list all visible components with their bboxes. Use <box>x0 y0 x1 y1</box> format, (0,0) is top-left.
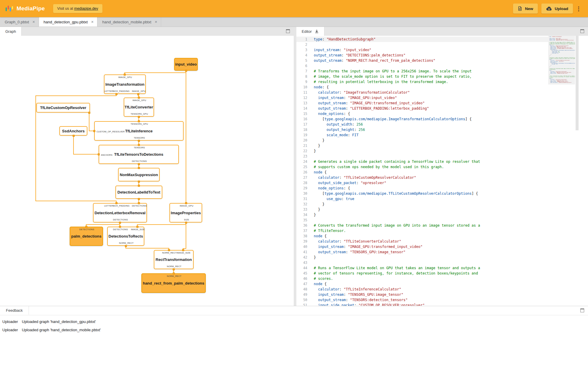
code-line: 10node: { <box>296 85 548 90</box>
expand-editor-panel-icon[interactable] <box>580 29 584 33</box>
code-line: 7# Transforms the input image on GPU to … <box>296 69 548 74</box>
line-number: 29 <box>296 186 314 191</box>
tab-editor[interactable]: Editor <box>296 27 324 36</box>
graph-canvas[interactable]: input_videoImageTransformationIMAGE_GPUL… <box>0 36 294 306</box>
editor-panel: Editor 1type: "HandDetectionSubgraph"23i… <box>296 27 588 306</box>
line-number: 12 <box>296 95 314 100</box>
graph-tab-label: Graph <box>5 29 16 34</box>
code-text: output_stream: "LETTERBOX_PADDING:letter… <box>314 106 429 111</box>
code-line: 51 input_side_packet: "CUSTOM_OP_RESOLVE… <box>296 303 548 306</box>
line-number: 28 <box>296 180 314 186</box>
graph-node-NonMaxSuppression[interactable]: NonMaxSuppression <box>118 168 160 181</box>
graph-node-TfLiteCustomOpResolver[interactable]: TfLiteCustomOpResolver <box>36 103 90 113</box>
code-line: 42} <box>296 255 548 260</box>
graph-node-DetectionsToRects[interactable]: DetectionsToRectsDETECTIONSIMAGE_SIZENOR… <box>107 227 144 246</box>
code-line: 2 <box>296 42 548 47</box>
port-label-NORM_RECT: NORM_RECT <box>167 275 181 277</box>
port-dot <box>115 202 117 204</box>
graph-node-palm_detections[interactable]: palm_detectionsDETECTIONS <box>70 227 103 246</box>
graph-node-RectTransformation[interactable]: RectTransformationNORM_RECTIMAGE_SIZENOR… <box>154 250 194 269</box>
upload-button[interactable]: Upload <box>541 4 573 14</box>
line-number: 23 <box>296 154 314 159</box>
file-tab-Graph_0.pbtxt[interactable]: Graph_0.pbtxt✕ <box>0 17 39 27</box>
line-number: 36 <box>296 223 314 228</box>
tab-close-icon[interactable]: ✕ <box>155 20 157 24</box>
expand-graph-panel-icon[interactable] <box>286 29 290 33</box>
file-tab-label: hand_detection_gpu.pbtxt <box>44 20 88 24</box>
code-text: input_stream: "input_video" <box>314 47 371 53</box>
code-editor[interactable]: 1type: "HandDetectionSubgraph"23input_st… <box>296 36 588 306</box>
code-text: node { <box>314 233 326 239</box>
code-line: 9# resulting in potential letterboxing i… <box>296 79 548 85</box>
feedback-panel-strip: Feedback <box>0 306 588 315</box>
port-dot <box>119 226 121 228</box>
tab-feedback[interactable]: Feedback <box>0 306 29 315</box>
code-line: 13 output_stream: "IMAGE_GPU:transformed… <box>296 100 548 106</box>
editor-scrollbar[interactable] <box>575 36 579 306</box>
code-line: 32 } <box>296 202 548 207</box>
port-label-TENSORS_GPU: TENSORS_GPU <box>131 113 148 115</box>
port-label-IMAGE_SIZE: IMAGE_SIZE <box>177 251 190 254</box>
tab-close-icon[interactable]: ✕ <box>91 20 94 24</box>
code-line: 31 use_gpu: true <box>296 196 548 202</box>
line-number: 1 <box>296 37 314 42</box>
code-text: calculator: "ImageTransformationCalculat… <box>314 90 410 95</box>
port-dot <box>138 167 140 169</box>
file-tab-bar: Graph_0.pbtxt✕hand_detection_gpu.pbtxt✕h… <box>0 17 588 27</box>
graph-node-hand_rect_from_palm_detections[interactable]: hand_rect_from_palm_detectionsNORM_RECT <box>141 273 206 293</box>
graph-node-ImageProperties[interactable]: ImagePropertiesIMAGE_GPUSIZE <box>169 203 202 223</box>
graph-node-TfLiteInference[interactable]: TfLiteInferenceTENSORS_GPUTENSORSCUSTOM_… <box>94 121 184 141</box>
visit-us-label: Visit us at <box>57 7 73 11</box>
tab-graph[interactable]: Graph <box>0 27 22 36</box>
line-number: 50 <box>296 297 314 303</box>
code-line: 41 output_stream: "TENSORS_GPU:image_ten… <box>296 249 548 255</box>
graph-node-label: TfLiteCustomOpResolver <box>37 103 89 112</box>
code-text: } <box>314 143 320 148</box>
code-line: 25# supports custom ops needed by the mo… <box>296 164 548 170</box>
code-text: # TfLiteTensor. <box>314 228 346 233</box>
line-number: 13 <box>296 100 314 106</box>
line-number: 41 <box>296 249 314 255</box>
code-line: 48 calculator: "TfLiteInferenceCalculato… <box>296 287 548 292</box>
port-label-TENSORS_GPU: TENSORS_GPU <box>131 123 148 125</box>
editor-minimap[interactable]: type: "HandDetectionSubgraph"input_strea… <box>548 36 575 306</box>
port-label-SIZE: SIZE <box>184 218 189 221</box>
port-dot <box>88 112 90 114</box>
code-text: input_stream: "IMAGE_GPU:transformed_inp… <box>314 244 423 249</box>
graph-node-TfLiteConverter[interactable]: TfLiteConverterIMAGE_GPUTENSORS_GPU <box>124 98 154 117</box>
graph-node-ImageTransformation[interactable]: ImageTransformationIMAGE_GPULETTERBOX_PA… <box>104 74 146 94</box>
graph-node-input_video[interactable]: input_video <box>174 58 198 71</box>
new-button[interactable]: New <box>513 4 538 14</box>
kebab-menu-icon[interactable]: ⋮ <box>573 6 583 12</box>
code-line: 15 node_options: { <box>296 111 548 116</box>
editor-tab-label: Editor <box>302 29 312 34</box>
code-text: } <box>314 148 316 154</box>
file-tab-hand_detection_mobile.pbtxt[interactable]: hand_detection_mobile.pbtxt✕ <box>97 17 161 27</box>
code-text: # Transforms the input image on GPU to a… <box>314 69 472 74</box>
line-number: 4 <box>296 53 314 58</box>
mediapipe-dev-link[interactable]: mediapipe.dev <box>74 7 98 11</box>
code-line: 45# vector of tensors representing, for … <box>296 271 548 276</box>
download-icon[interactable] <box>315 29 319 33</box>
graph-node-SsdAnchors[interactable]: SsdAnchors <box>59 126 87 136</box>
code-text: scale_mode: FIT <box>314 132 359 138</box>
new-button-label: New <box>525 7 533 11</box>
port-dot <box>138 120 140 122</box>
code-line: 12 input_stream: "IMAGE_GPU:input_video" <box>296 95 548 100</box>
line-number: 22 <box>296 148 314 154</box>
editor-panel-strip: Editor <box>296 27 588 36</box>
code-text: output_stream: "TENSORS:detection_tensor… <box>314 297 408 303</box>
line-number: 47 <box>296 281 314 287</box>
code-line: 29 node_options: { <box>296 186 548 191</box>
graph-node-DetectionLabelIdToText[interactable]: DetectionLabelIdToText <box>115 186 162 199</box>
code-line: 43 <box>296 260 548 265</box>
line-number: 7 <box>296 69 314 74</box>
graph-node-DetectionLetterboxRemoval[interactable]: DetectionLetterboxRemovalLETTERBOX_PADDI… <box>93 203 147 223</box>
tab-close-icon[interactable]: ✕ <box>32 20 35 24</box>
minimap-viewport[interactable] <box>548 36 575 85</box>
expand-feedback-panel-icon[interactable] <box>580 308 584 312</box>
code-line: 5output_stream: "NORM_RECT:hand_rect_fro… <box>296 58 548 63</box>
graph-node-TfLiteTensorsToDetections[interactable]: TfLiteTensorsToDetectionsTENSORSDETECTIO… <box>99 145 179 164</box>
editor-scrollbar-slider[interactable] <box>576 36 579 130</box>
file-tab-hand_detection_gpu.pbtxt[interactable]: hand_detection_gpu.pbtxt✕ <box>39 17 98 27</box>
